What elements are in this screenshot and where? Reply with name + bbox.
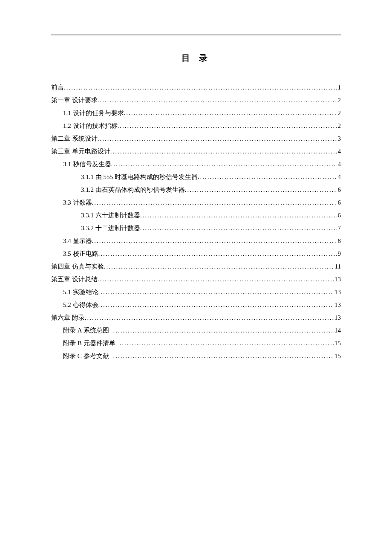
toc-entry: 3.5 校正电路 9 [51, 247, 341, 260]
toc-label: 第五章 设计总结 [51, 273, 98, 286]
toc-page: 1 [337, 81, 341, 94]
toc-page: 4 [337, 158, 341, 171]
toc-dots [98, 273, 334, 286]
toc-page: 4 [337, 145, 341, 158]
toc-dots [64, 81, 337, 94]
toc-dots [124, 107, 337, 119]
toc-entry: 附录 C 参考文献 15 [51, 350, 341, 362]
toc-page: 6 [337, 196, 341, 209]
toc-dots [98, 94, 337, 107]
toc-label: 3.5 校正电路 [63, 247, 98, 260]
toc-label: 5.2 心得体会 [63, 298, 98, 311]
toc-page: 2 [337, 119, 341, 132]
toc-dots [140, 222, 337, 234]
toc-entry: 附录 A 系统总图 14 [51, 324, 341, 337]
toc-label: 第六章 附录 [51, 311, 85, 324]
toc-entry: 第三章 单元电路设计 4 [51, 145, 341, 158]
toc-entry: 3.1.2 由石英晶体构成的秒信号发生器 6 [51, 183, 341, 196]
toc-entry: 3.1 秒信号发生器 4 [51, 158, 341, 171]
toc-dots [198, 171, 337, 183]
toc-label: 3.1.2 由石英晶体构成的秒信号发生器 [81, 183, 185, 196]
toc-dots [113, 324, 334, 337]
toc-entry: 前言 1 [51, 81, 341, 94]
toc-dots [92, 234, 337, 247]
toc-dots [185, 183, 337, 196]
toc-label: 1.2 设计的技术指标 [63, 119, 118, 132]
toc-page: 15 [334, 350, 341, 362]
toc-entry: 3.3.1 六十进制计数器 6 [51, 209, 341, 222]
toc-entry: 3.1.1 由 555 时基电路构成的秒信号发生器 4 [51, 171, 341, 183]
toc-entry: 第一章 设计要求 2 [51, 94, 341, 107]
toc-dots [120, 337, 334, 350]
toc-dots [98, 298, 334, 311]
toc-entry: 3.3.2 十二进制计数器 7 [51, 222, 341, 234]
toc-page: 9 [337, 247, 341, 260]
toc-container: 前言 1 第一章 设计要求 2 1.1 设计的任务与要求 2 1.2 设计的技术… [51, 81, 341, 362]
toc-entry: 5.2 心得体会 13 [51, 298, 341, 311]
toc-entry: 第六章 附录 13 [51, 311, 341, 324]
toc-page: 7 [337, 222, 341, 234]
toc-page: 6 [337, 209, 341, 222]
toc-page: 11 [334, 260, 341, 273]
toc-dots [98, 132, 337, 145]
toc-label: 3.1.1 由 555 时基电路构成的秒信号发生器 [81, 171, 198, 183]
toc-page: 15 [334, 337, 341, 350]
toc-dots [140, 209, 337, 222]
toc-entry: 1.1 设计的任务与要求 2 [51, 107, 341, 119]
toc-entry: 第五章 设计总结 13 [51, 273, 341, 286]
toc-page: 13 [334, 298, 341, 311]
toc-label: 附录 A 系统总图 [63, 324, 109, 337]
toc-dots [118, 119, 337, 132]
toc-entry: 第四章 仿真与实验 11 [51, 260, 341, 273]
toc-label: 第二章 系统设计 [51, 132, 98, 145]
toc-label: 3.3.2 十二进制计数器 [81, 222, 140, 234]
toc-dots [92, 196, 337, 209]
toc-entry: 5.1 实验结论 13 [51, 286, 341, 298]
toc-page: 13 [334, 273, 341, 286]
toc-entry: 1.2 设计的技术指标 2 [51, 119, 341, 132]
toc-page: 13 [334, 311, 341, 324]
toc-dots [85, 311, 334, 324]
toc-entry: 3.4 显示器 8 [51, 234, 341, 247]
toc-page: 3 [337, 132, 341, 145]
toc-label: 第三章 单元电路设计 [51, 145, 110, 158]
toc-dots [111, 158, 337, 171]
toc-label: 第一章 设计要求 [51, 94, 98, 107]
header-rule [51, 34, 341, 35]
toc-dots [110, 145, 337, 158]
toc-label: 附录 C 参考文献 [63, 350, 109, 362]
toc-label: 附录 B 元器件清单 [63, 337, 115, 350]
toc-dots [113, 350, 334, 362]
toc-title: 目 录 [51, 52, 341, 64]
toc-label: 第四章 仿真与实验 [51, 260, 104, 273]
toc-page: 8 [337, 234, 341, 247]
toc-page: 4 [337, 171, 341, 183]
toc-label: 3.3 计数器 [63, 196, 92, 209]
toc-dots [98, 247, 337, 260]
toc-label: 前言 [51, 81, 64, 94]
toc-page: 6 [337, 183, 341, 196]
toc-entry: 3.3 计数器 6 [51, 196, 341, 209]
toc-label: 3.3.1 六十进制计数器 [81, 209, 140, 222]
toc-label: 3.1 秒信号发生器 [63, 158, 111, 171]
toc-entry: 附录 B 元器件清单 15 [51, 337, 341, 350]
toc-label: 1.1 设计的任务与要求 [63, 107, 124, 119]
toc-dots [98, 286, 334, 298]
toc-entry: 第二章 系统设计 3 [51, 132, 341, 145]
toc-page: 2 [337, 107, 341, 119]
toc-label: 3.4 显示器 [63, 234, 92, 247]
toc-page: 13 [334, 286, 341, 298]
toc-dots [104, 260, 334, 273]
toc-page: 2 [337, 94, 341, 107]
toc-label: 5.1 实验结论 [63, 286, 98, 298]
toc-page: 14 [334, 324, 341, 337]
